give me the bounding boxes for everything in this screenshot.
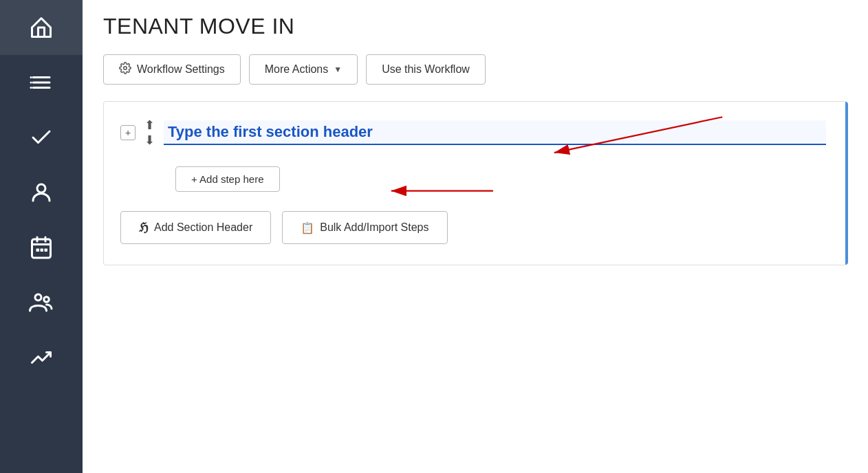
svg-point-14 — [35, 294, 41, 300]
sidebar — [0, 0, 83, 473]
section-header-row: + ⬆ ⬇ — [120, 118, 826, 147]
toolbar: Workflow Settings More Actions ▼ Use thi… — [103, 54, 847, 85]
add-section-header-label: Add Section Header — [154, 221, 252, 234]
sidebar-item-group[interactable] — [0, 275, 83, 330]
bulk-add-icon: 📋 — [301, 221, 314, 234]
svg-point-16 — [124, 67, 127, 70]
gear-icon — [119, 62, 131, 77]
workflow-settings-button[interactable]: Workflow Settings — [103, 54, 241, 85]
sidebar-item-calendar[interactable] — [0, 220, 83, 275]
add-step-row: + Add step here — [175, 166, 826, 192]
svg-point-6 — [37, 184, 45, 192]
use-workflow-button[interactable]: Use this Workflow — [366, 54, 486, 85]
svg-point-3 — [30, 76, 32, 78]
add-step-button[interactable]: + Add step here — [175, 166, 280, 192]
sidebar-item-home[interactable] — [0, 0, 83, 55]
section-controls: ⬆ ⬇ — [142, 118, 157, 147]
move-up-button[interactable]: ⬆ — [142, 118, 157, 132]
svg-rect-12 — [41, 249, 44, 252]
main-content: TENANT MOVE IN Workflow Settings More Ac… — [83, 0, 868, 473]
svg-rect-11 — [36, 249, 40, 252]
section-header-input[interactable] — [164, 120, 826, 145]
sidebar-item-list[interactable] — [0, 55, 83, 110]
svg-rect-13 — [45, 249, 48, 252]
section-header-icon: ℌ — [139, 220, 149, 235]
expand-button[interactable]: + — [120, 125, 135, 140]
add-section-header-button[interactable]: ℌ Add Section Header — [120, 211, 271, 244]
sidebar-item-check[interactable] — [0, 110, 83, 165]
add-step-label: + Add step here — [191, 173, 264, 185]
sidebar-item-user[interactable] — [0, 165, 83, 220]
more-actions-label: More Actions — [265, 63, 328, 76]
workflow-area: + ⬆ ⬇ + Add step here ℌ Add Section Head… — [103, 101, 847, 265]
svg-point-5 — [30, 87, 32, 89]
svg-point-4 — [30, 82, 32, 84]
use-workflow-label: Use this Workflow — [382, 63, 470, 76]
bottom-buttons: ℌ Add Section Header 📋 Bulk Add/Import S… — [120, 211, 826, 244]
bulk-add-button[interactable]: 📋 Bulk Add/Import Steps — [282, 211, 447, 244]
move-down-button[interactable]: ⬇ — [142, 133, 157, 147]
chevron-down-icon: ▼ — [334, 65, 342, 74]
more-actions-button[interactable]: More Actions ▼ — [249, 54, 358, 85]
page-title: TENANT MOVE IN — [103, 14, 847, 39]
bulk-add-label: Bulk Add/Import Steps — [320, 221, 428, 234]
workflow-settings-label: Workflow Settings — [137, 63, 225, 76]
sidebar-item-chart[interactable] — [0, 330, 83, 385]
svg-point-15 — [44, 297, 50, 302]
